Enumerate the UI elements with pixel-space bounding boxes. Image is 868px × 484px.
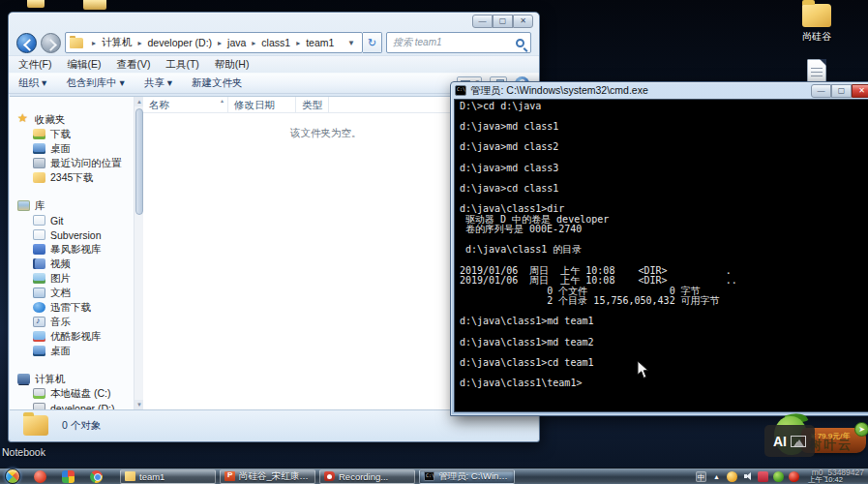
- clock-text: 上午 10:42: [808, 475, 843, 484]
- sidebar-item[interactable]: 暴风影视库: [10, 242, 134, 257]
- ad-badge-icon[interactable]: ➤: [854, 422, 868, 437]
- sidebar-item-icon: [33, 346, 45, 356]
- sidebar-item[interactable]: 图片: [10, 271, 134, 286]
- breadcrumb: 计算机 ▸ developer (D:) ▸ java ▸: [100, 34, 336, 51]
- maximize-button[interactable]: ▢: [493, 15, 513, 28]
- folder-icon[interactable]: [83, 0, 106, 10]
- close-button[interactable]: ✕: [513, 15, 533, 28]
- menu-item[interactable]: 查看(V): [116, 58, 150, 72]
- picture-icon: [791, 436, 806, 447]
- taskbar-button-icon: [125, 471, 135, 481]
- sidebar-item[interactable]: 收藏夹: [10, 112, 134, 127]
- console-line: 卷的序列号是 000E-2740: [460, 225, 866, 235]
- taskbar-button[interactable]: team1: [120, 469, 216, 484]
- breadcrumb-item[interactable]: developer (D:): [146, 35, 215, 50]
- folder-icon: [23, 415, 48, 436]
- sidebar-item-label: 视频: [50, 257, 71, 271]
- menu-item[interactable]: 工具(T): [165, 58, 198, 72]
- desktop-icon[interactable]: 尚硅谷: [802, 4, 831, 44]
- sidebar-item[interactable]: 下载: [10, 127, 134, 141]
- menu-item[interactable]: 帮助(H): [215, 58, 250, 72]
- sidebar-item[interactable]: 文档: [10, 286, 134, 300]
- console-line: d:\java>md class3: [460, 164, 866, 174]
- sort-arrow-icon[interactable]: ▴: [221, 97, 224, 104]
- toolbar-button[interactable]: 新建文件夹: [192, 76, 243, 90]
- minimize-button[interactable]: —: [472, 15, 493, 28]
- tray-icon[interactable]: ▲: [711, 471, 722, 482]
- sidebar-item[interactable]: 迅雷下载: [10, 300, 134, 315]
- tray-icon[interactable]: 中: [696, 471, 706, 482]
- back-button[interactable]: [16, 33, 37, 53]
- address-dropdown-icon[interactable]: ▼: [344, 39, 358, 47]
- tray-icon[interactable]: [773, 471, 784, 482]
- sidebar-item-icon: [33, 158, 45, 168]
- folder-icon[interactable]: [27, 0, 45, 8]
- search-input[interactable]: 搜索 team1: [386, 32, 531, 53]
- breadcrumb-item[interactable]: 计算机: [100, 34, 135, 51]
- cmd-window-controls: — ▢ ✕: [811, 84, 868, 98]
- menu-item[interactable]: 文件(F): [18, 58, 51, 72]
- column-header[interactable]: 修改日期: [228, 97, 296, 112]
- quick-launch-icon[interactable]: [34, 470, 46, 483]
- console-line: d:\java\class1>cd team1: [460, 358, 866, 369]
- sidebar-item[interactable]: Git: [10, 213, 134, 227]
- scrollbar-thumb[interactable]: [135, 108, 143, 215]
- quick-launch-icon[interactable]: [90, 470, 103, 483]
- sidebar-item[interactable]: 库: [10, 198, 134, 213]
- toolbar-button[interactable]: 共享 ▾: [144, 76, 172, 90]
- sidebar-item[interactable]: developer (D:): [10, 401, 134, 409]
- forward-button[interactable]: [41, 33, 61, 53]
- explorer-titlebar[interactable]: — ▢ ✕: [9, 13, 539, 30]
- address-row: ▸ 计算机 ▸ developer (D:) ▸: [9, 30, 539, 55]
- tray-icon[interactable]: [758, 471, 768, 482]
- minimize-button[interactable]: —: [811, 84, 831, 98]
- sidebar-item-icon: [33, 258, 45, 269]
- taskbar-button[interactable]: Recording...: [319, 469, 415, 484]
- toolbar-button[interactable]: 组织 ▾: [18, 76, 46, 90]
- sidebar-item[interactable]: 最近访问的位置: [10, 156, 134, 170]
- sidebar-item-icon: [33, 302, 45, 313]
- taskbar-button[interactable]: 管理员: C:\Window...: [419, 469, 515, 484]
- tray-icon[interactable]: [727, 471, 737, 482]
- search-icon[interactable]: [516, 39, 524, 47]
- sidebar-item[interactable]: 优酷影视库: [10, 329, 134, 344]
- sidebar-item[interactable]: 本地磁盘 (C:): [10, 386, 134, 401]
- tray-icon[interactable]: [742, 471, 753, 482]
- menu-item[interactable]: 编辑(E): [67, 58, 101, 72]
- sidebar-item[interactable]: 计算机: [10, 372, 134, 386]
- explorer-window-controls: — ▢ ✕: [472, 15, 533, 28]
- sidebar-item[interactable]: 2345下载: [10, 170, 134, 185]
- maximize-button[interactable]: ▢: [831, 84, 852, 98]
- console-line: d:\java>md class2: [460, 142, 866, 153]
- sidebar-item-label: 音乐: [50, 316, 71, 329]
- breadcrumb-item[interactable]: class1: [259, 35, 292, 50]
- taskbar-button[interactable]: 尚硅谷_宋红康_第1...: [220, 469, 315, 484]
- quick-launch-icon[interactable]: [62, 470, 75, 483]
- sidebar-item[interactable]: 桌面: [10, 344, 134, 358]
- sidebar-item[interactable]: 视频: [10, 257, 134, 271]
- system-tray: 中 ▲ m0_53489427 上午 10:42: [696, 469, 868, 484]
- taskbar-button-label: 管理员: C:\Window...: [438, 470, 510, 483]
- desktop-icon-label-notebook[interactable]: Notebook: [2, 446, 45, 458]
- column-header[interactable]: 名称: [143, 97, 228, 112]
- console-line: D:\>cd d:\java: [460, 102, 866, 112]
- sidebar-item[interactable]: Subversion: [10, 227, 134, 242]
- close-button[interactable]: ✕: [852, 84, 868, 98]
- taskbar-button-icon: [324, 471, 335, 481]
- sidebar-item[interactable]: 桌面: [10, 141, 134, 156]
- chevron-right-icon: ▸: [88, 39, 100, 47]
- toolbar-button[interactable]: 包含到库中 ▾: [66, 76, 125, 90]
- cmd-titlebar[interactable]: 管理员: C:\Windows\system32\cmd.exe — ▢ ✕: [451, 82, 868, 99]
- sidebar-scrollbar[interactable]: ▲ ▼: [134, 97, 143, 409]
- console-output[interactable]: D:\>cd d:\java d:\java>md class1 d:\java…: [454, 99, 868, 412]
- refresh-button[interactable]: ↻: [363, 32, 382, 53]
- clock[interactable]: m0_53489427 上午 10:42: [804, 469, 864, 484]
- start-button[interactable]: [5, 469, 20, 484]
- breadcrumb-item[interactable]: team1: [304, 35, 336, 50]
- sidebar-item-icon: [33, 215, 45, 226]
- column-header[interactable]: 类型: [296, 97, 329, 112]
- sidebar-item[interactable]: 音乐: [10, 315, 134, 329]
- breadcrumb-item[interactable]: java: [225, 35, 248, 50]
- address-bar[interactable]: ▸ 计算机 ▸ developer (D:) ▸: [65, 32, 363, 53]
- tray-icon[interactable]: [789, 471, 799, 482]
